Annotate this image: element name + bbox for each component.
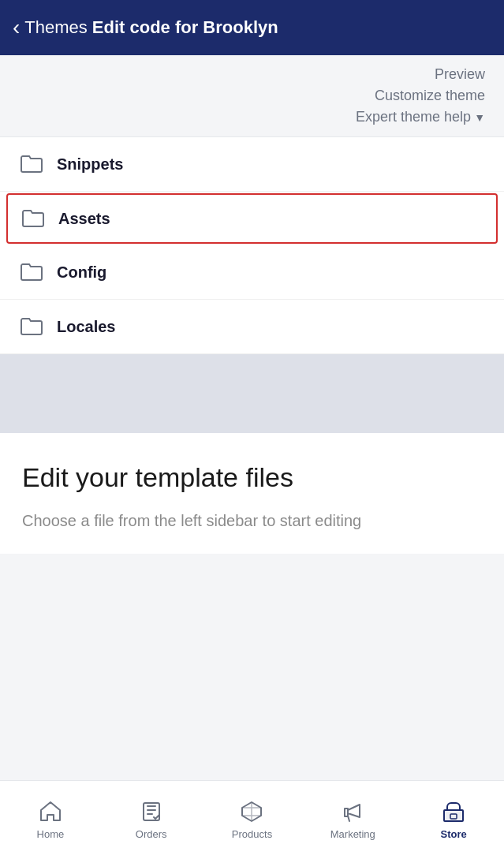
snippets-label: Snippets <box>57 155 123 174</box>
nav-item-home[interactable]: Home <box>0 800 101 840</box>
nav-item-store[interactable]: Store <box>403 800 504 840</box>
page-title: Edit code for Brooklyn <box>92 17 278 38</box>
assets-label: Assets <box>58 210 110 228</box>
config-label: Config <box>57 263 106 282</box>
expert-help-label: Expert theme help <box>356 109 471 125</box>
marketing-nav-label: Marketing <box>330 828 375 840</box>
nav-item-products[interactable]: Products <box>202 800 303 840</box>
folder-icon-assets <box>21 206 46 231</box>
orders-nav-label: Orders <box>136 828 167 840</box>
svg-rect-4 <box>444 810 463 821</box>
marketing-icon <box>341 800 364 824</box>
gray-separator <box>0 354 504 433</box>
sidebar-item-assets[interactable]: Assets <box>6 193 498 244</box>
customize-theme-link[interactable]: Customize theme <box>375 88 485 104</box>
main-content: Edit your template files Choose a file f… <box>0 433 504 554</box>
orders-icon <box>140 800 163 824</box>
preview-link[interactable]: Preview <box>435 66 485 83</box>
products-nav-label: Products <box>232 828 272 840</box>
bottom-nav: Home Orders Products Marketing <box>0 780 504 859</box>
sidebar-list: Snippets Assets Config Locales <box>0 136 504 354</box>
store-nav-label: Store <box>440 828 466 840</box>
header-title: Themes Edit code for Brooklyn <box>24 17 278 38</box>
chevron-down-icon: ▼ <box>474 111 485 124</box>
main-title: Edit your template files <box>22 461 482 494</box>
locales-label: Locales <box>57 318 115 336</box>
products-icon <box>240 800 263 824</box>
expert-help-link[interactable]: Expert theme help ▼ <box>356 109 485 125</box>
folder-icon-config <box>19 260 44 285</box>
sidebar-item-config[interactable]: Config <box>0 245 504 300</box>
sidebar-item-locales[interactable]: Locales <box>0 300 504 354</box>
back-button[interactable]: ‹ <box>13 15 20 40</box>
store-icon <box>442 800 465 824</box>
header: ‹ Themes Edit code for Brooklyn <box>0 0 504 55</box>
home-icon <box>39 800 62 824</box>
nav-item-orders[interactable]: Orders <box>101 800 202 840</box>
nav-item-marketing[interactable]: Marketing <box>302 800 403 840</box>
folder-icon-locales <box>19 314 44 339</box>
themes-label: Themes <box>24 17 87 38</box>
sidebar-item-snippets[interactable]: Snippets <box>0 137 504 192</box>
folder-icon <box>19 151 44 177</box>
action-links: Preview Customize theme Expert theme hel… <box>0 55 504 136</box>
main-subtitle: Choose a file from the left sidebar to s… <box>22 510 482 532</box>
home-nav-label: Home <box>37 828 65 840</box>
